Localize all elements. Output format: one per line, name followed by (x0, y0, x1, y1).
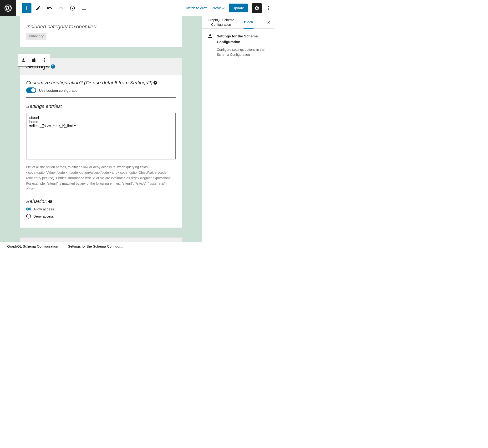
behavior-label: Behavior: ? (26, 199, 176, 204)
undo-button[interactable] (45, 3, 54, 13)
redo-icon (58, 5, 64, 11)
deny-access-radio[interactable]: Deny access (26, 214, 176, 218)
breadcrumb-root[interactable]: GraphQL Schema Configuration (7, 244, 58, 248)
edit-button[interactable] (33, 3, 43, 13)
settings-entries-label: Settings entries: (26, 104, 176, 109)
chevron-right-icon: › (63, 244, 64, 248)
editor-canvas[interactable]: Use configuration from Settings Included… (0, 16, 202, 242)
update-button[interactable]: Update (229, 4, 248, 12)
lock-icon (32, 58, 36, 63)
settings-entries-hint: List of all the option names, to either … (26, 164, 176, 192)
help-icon[interactable]: ? (51, 64, 55, 69)
redo-button[interactable] (56, 3, 66, 13)
close-icon (267, 20, 271, 24)
editor-toolbar: Switch to draft Preview Update (0, 0, 273, 16)
add-block-button[interactable] (22, 3, 32, 13)
help-icon[interactable]: ? (153, 81, 157, 85)
tab-schema-config[interactable]: GraphQL Schema Configuration (202, 16, 240, 28)
sidebar-block-title: Settings for the Schema Configuration (217, 33, 268, 45)
breadcrumb: GraphQL Schema Configuration › Settings … (0, 242, 273, 251)
tab-block[interactable]: Block (240, 16, 257, 28)
wp-logo[interactable] (0, 0, 16, 16)
user-icon (21, 58, 26, 63)
block-more-button[interactable] (39, 54, 50, 66)
block-toolbar (18, 54, 50, 66)
gear-icon (254, 6, 259, 11)
info-button[interactable] (68, 3, 77, 13)
settings-sidebar: GraphQL Schema Configuration Block Setti… (202, 16, 273, 242)
block-user-button[interactable] (18, 54, 29, 66)
plus-icon (24, 5, 30, 11)
close-sidebar-button[interactable] (264, 16, 273, 28)
user-icon (207, 33, 213, 57)
settings-entries-textarea[interactable] (26, 113, 176, 160)
pencil-icon (35, 5, 41, 11)
customize-config-label: Customize configuration? (Or use default… (26, 80, 176, 86)
info-icon (70, 5, 75, 11)
included-taxonomies-label: Included category taxonomies: (26, 24, 176, 30)
help-icon[interactable]: ? (48, 200, 52, 203)
preview-link[interactable]: Preview (212, 6, 224, 10)
undo-icon (47, 5, 52, 11)
wordpress-icon (4, 4, 12, 12)
outline-button[interactable] (79, 3, 89, 13)
taxonomy-tag: category (26, 33, 47, 40)
allow-access-radio[interactable]: Allow access (26, 207, 176, 211)
breadcrumb-current: Settings for the Schema Configur... (68, 244, 123, 248)
settings-button[interactable] (252, 3, 262, 13)
outline-icon (81, 5, 87, 11)
more-options-button[interactable] (266, 4, 271, 12)
switch-to-draft-link[interactable]: Switch to draft (185, 6, 207, 10)
custom-config-toggle[interactable] (26, 88, 36, 93)
block-lock-button[interactable] (29, 54, 39, 66)
toggle-label: Use custom configuration (39, 88, 79, 92)
custom-post-meta-header: Custom Post Meta ? (20, 238, 182, 242)
sidebar-block-desc: Configure settings options in the Schema… (217, 47, 268, 57)
